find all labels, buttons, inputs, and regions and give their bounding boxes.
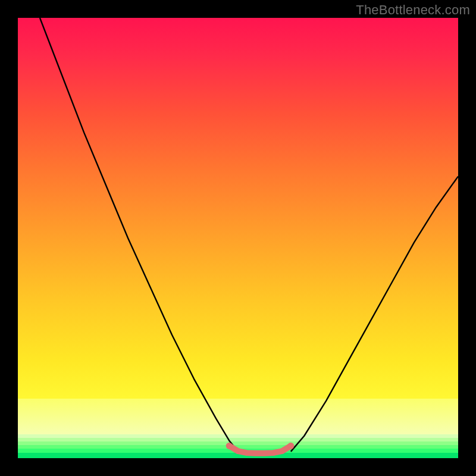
curve-svg <box>18 18 458 458</box>
curve-left <box>40 18 238 452</box>
plot-area <box>18 18 458 458</box>
flat-end-left-dot <box>226 443 233 449</box>
curve-right <box>291 176 458 452</box>
flat-end-right-dot <box>287 443 294 449</box>
chart-frame: TheBottleneck.com <box>0 0 476 476</box>
curve-flat-segment <box>229 446 291 453</box>
curve-group <box>40 18 458 453</box>
watermark-text: TheBottleneck.com <box>356 2 470 18</box>
